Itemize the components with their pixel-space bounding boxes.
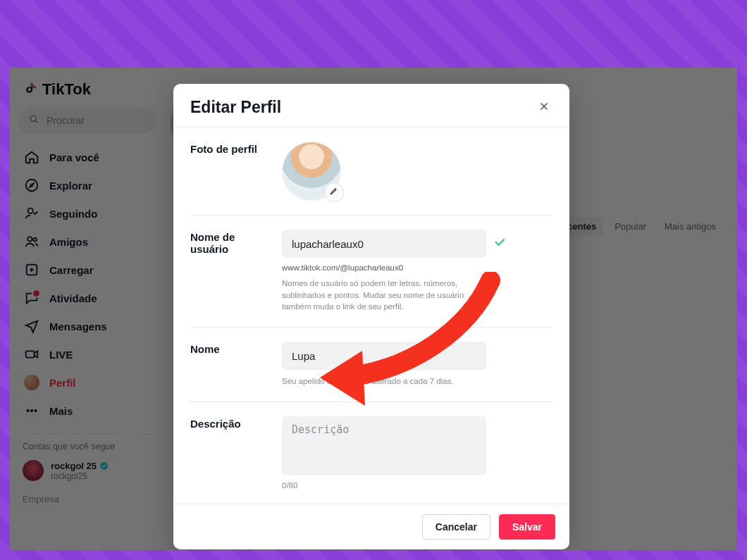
close-button[interactable]	[536, 99, 552, 116]
row-photo: Foto de perfil	[190, 127, 552, 216]
modal-header: Editar Perfil	[173, 84, 569, 127]
close-icon	[538, 100, 550, 116]
cancel-button[interactable]: Cancelar	[422, 514, 490, 540]
name-input[interactable]	[282, 342, 486, 370]
bio-textarea[interactable]	[282, 416, 486, 475]
row-username: Nome de usuário www.tiktok.com/@lupachar…	[190, 216, 552, 328]
pencil-icon	[329, 186, 339, 199]
username-label: Nome de usuário	[190, 230, 273, 313]
modal-body: Foto de perfil Nome de usuário	[173, 127, 569, 504]
username-url: www.tiktok.com/@lupacharleaux0	[282, 263, 552, 272]
name-help: Seu apelido só pode ser alterado a cada …	[282, 375, 493, 387]
modal-footer: Cancelar Salvar	[173, 504, 569, 549]
username-input[interactable]	[282, 230, 486, 258]
button-label: Cancelar	[436, 521, 477, 533]
profile-photo	[282, 142, 341, 201]
save-button[interactable]: Salvar	[499, 514, 555, 540]
row-bio: Descrição 0/80	[190, 402, 552, 504]
edit-photo-button[interactable]	[324, 182, 344, 202]
name-label: Nome	[190, 342, 273, 387]
app-window: TikTok Para você Explorar Seguindo	[10, 68, 737, 550]
check-icon	[493, 236, 506, 251]
photo-label: Foto de perfil	[190, 142, 273, 201]
button-label: Salvar	[512, 521, 542, 533]
bio-counter: 0/80	[282, 481, 552, 490]
username-help: Nomes de usuário só podem ter letras, nú…	[282, 278, 493, 313]
modal-title: Editar Perfil	[190, 98, 281, 117]
edit-profile-modal: Editar Perfil Foto de perfil	[173, 84, 569, 549]
bio-label: Descrição	[190, 416, 273, 490]
row-name: Nome Seu apelido só pode ser alterado a …	[190, 328, 552, 402]
